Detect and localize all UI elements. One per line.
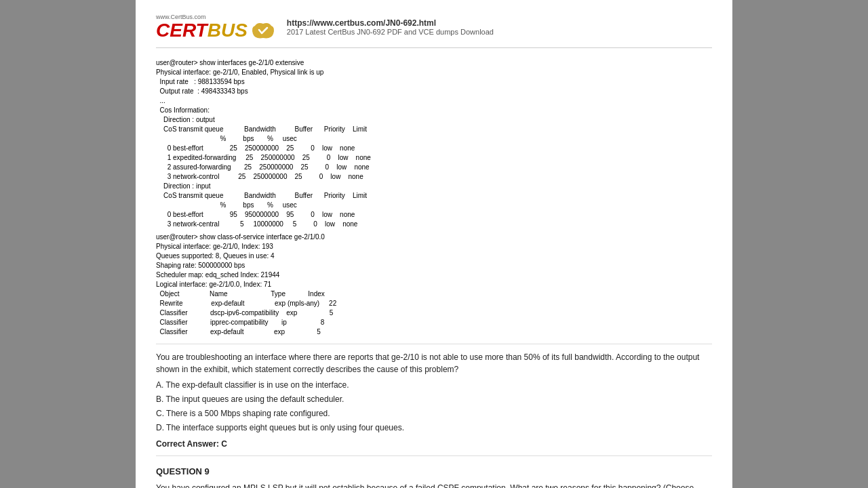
page-container: www.CertBus.com CERT BUS https://www.cer… [136, 0, 732, 488]
terminal-block-2: user@router> show class-of-service inter… [156, 232, 712, 337]
divider-2 [156, 455, 712, 456]
question8-correct-answer: Correct Answer: C [156, 439, 712, 449]
header-right: https://www.certbus.com/JN0-692.html 201… [287, 18, 494, 36]
question8-text: You are troubleshooting an interface whe… [156, 351, 712, 375]
question9-text: You have configured an MPLS LSP but it w… [156, 482, 712, 488]
logo-icon [250, 20, 277, 41]
terminal-block-1: user@router> show interfaces ge-2/1/0 ex… [156, 58, 712, 229]
logo: www.CertBus.com CERT BUS [156, 14, 277, 41]
question8-option-c: C. There is a 500 Mbps shaping rate conf… [156, 407, 712, 420]
divider-1 [156, 344, 712, 344]
header: www.CertBus.com CERT BUS https://www.cer… [156, 14, 712, 48]
question8-option-a: A. The exp-default classifier is in use … [156, 379, 712, 391]
question8-option-d: D. The interface supports eight queues b… [156, 422, 712, 434]
logo-cert: CERT [156, 21, 208, 40]
question8-option-b: B. The input queues are using the defaul… [156, 393, 712, 405]
logo-area: www.CertBus.com CERT BUS [156, 14, 277, 41]
header-desc: 2017 Latest CertBus JN0-692 PDF and VCE … [287, 28, 494, 36]
question9-header: QUESTION 9 [156, 466, 712, 476]
header-url: https://www.certbus.com/JN0-692.html [287, 18, 494, 28]
logo-bus: BUS [208, 21, 248, 40]
